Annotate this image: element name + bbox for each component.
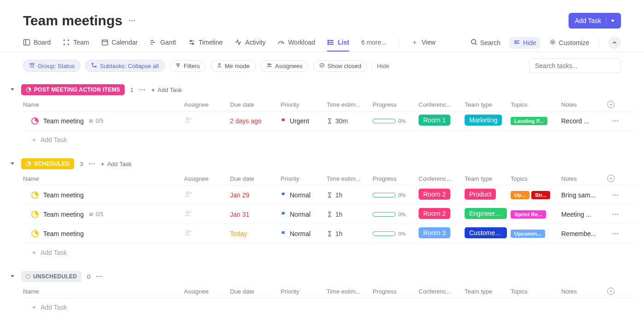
me-mode-pill[interactable]: Me mode <box>211 60 256 72</box>
col-topics[interactable]: Topics <box>511 288 561 295</box>
group-add-task[interactable]: +Add Task <box>151 86 182 93</box>
group-more-icon[interactable]: ··· <box>96 273 103 280</box>
topic-tag[interactable]: Upcomin... <box>511 230 545 238</box>
due-date[interactable]: Today <box>230 230 281 237</box>
col-name[interactable]: Name <box>23 101 184 108</box>
conference-room-tag[interactable]: Room 3 <box>419 227 450 238</box>
due-date[interactable]: 2 days ago <box>230 117 281 125</box>
notes-cell[interactable]: Meeting ... <box>561 211 607 218</box>
add-view-button[interactable]: + View <box>411 34 435 52</box>
topic-tag[interactable]: Up... <box>511 191 529 199</box>
group-status-badge[interactable]: SCHEDULED <box>21 158 74 169</box>
conference-room-tag[interactable]: Room 2 <box>419 189 450 200</box>
col-name[interactable]: Name <box>23 175 184 182</box>
row-more-icon[interactable]: ··· <box>607 211 623 218</box>
collapse-button[interactable] <box>608 36 621 49</box>
group-caret[interactable] <box>9 161 16 166</box>
col-name[interactable]: Name <box>23 288 184 295</box>
priority-cell[interactable]: Normal <box>281 230 327 237</box>
col-conf[interactable]: Conferenc... <box>419 175 465 182</box>
search-tasks-input[interactable] <box>529 58 621 73</box>
add-task-row[interactable]: + Add Task <box>23 131 635 145</box>
team-type-tag[interactable]: Customer ... <box>465 227 507 238</box>
topic-tag[interactable]: Sprint Re... <box>511 210 546 219</box>
team-type-tag[interactable]: Product <box>465 189 496 200</box>
col-progress[interactable]: Progress <box>373 175 419 182</box>
col-time[interactable]: Time estim... <box>327 101 373 108</box>
col-assignee[interactable]: Assignee <box>184 288 230 295</box>
col-progress[interactable]: Progress <box>373 101 419 108</box>
tab-gantt[interactable]: Gantt <box>150 34 176 52</box>
tab-workload[interactable]: Workload <box>277 34 315 52</box>
add-column-button[interactable]: + <box>607 288 615 295</box>
subtask-count[interactable]: 0/5 <box>88 211 104 218</box>
tab-board[interactable]: Board <box>23 34 51 52</box>
assign-button[interactable] <box>184 229 230 238</box>
hide-filters-button[interactable]: Hide <box>377 63 389 69</box>
col-teamtype[interactable]: Team type <box>465 175 511 182</box>
row-more-icon[interactable]: ··· <box>607 191 623 199</box>
conference-room-tag[interactable]: Room 2 <box>419 208 450 219</box>
time-estimate[interactable]: 1h <box>327 230 373 237</box>
col-due[interactable]: Due date <box>230 101 281 108</box>
add-column-button[interactable]: + <box>607 101 615 108</box>
col-due[interactable]: Due date <box>230 175 281 182</box>
notes-cell[interactable]: Bring sam... <box>561 191 607 199</box>
tab-calendar[interactable]: Calendar <box>101 34 138 52</box>
col-priority[interactable]: Priority <box>281 175 327 182</box>
progress-cell[interactable]: 0% <box>373 231 419 236</box>
col-topics[interactable]: Topics <box>511 101 561 108</box>
col-topics[interactable]: Topics <box>511 175 561 182</box>
col-notes[interactable]: Notes <box>561 101 607 108</box>
tab-more[interactable]: 6 more... <box>361 34 386 52</box>
subtask-count[interactable]: 0/5 <box>88 118 104 124</box>
add-task-row[interactable]: + Add Task <box>23 298 635 313</box>
assignees-pill[interactable]: Assignees <box>260 60 309 72</box>
search-button[interactable]: Search <box>471 39 500 47</box>
notes-cell[interactable]: Remembe... <box>561 230 607 237</box>
col-due[interactable]: Due date <box>230 288 281 295</box>
progress-cell[interactable]: 0% <box>373 212 419 217</box>
add-column-button[interactable]: + <box>607 175 615 182</box>
group-more-icon[interactable]: ··· <box>89 160 96 167</box>
col-assignee[interactable]: Assignee <box>184 101 230 108</box>
assign-button[interactable] <box>184 209 230 219</box>
customize-button[interactable]: Customize <box>549 39 589 47</box>
assign-button[interactable] <box>184 116 230 126</box>
tab-activity[interactable]: Activity <box>235 34 265 52</box>
progress-cell[interactable]: 0% <box>373 192 419 198</box>
col-teamtype[interactable]: Team type <box>465 288 511 295</box>
col-priority[interactable]: Priority <box>281 288 327 295</box>
priority-cell[interactable]: Normal <box>281 191 327 199</box>
task-row[interactable]: Team meeting Jan 29 Normal 1h 0% Room 2 … <box>23 185 635 205</box>
time-estimate[interactable]: 30m <box>327 117 373 125</box>
row-more-icon[interactable]: ··· <box>607 230 623 237</box>
due-date[interactable]: Jan 31 <box>230 211 281 218</box>
tab-team[interactable]: Team <box>63 34 89 52</box>
tab-timeline[interactable]: Timeline <box>188 34 223 52</box>
col-assignee[interactable]: Assignee <box>184 175 230 182</box>
group-by-pill[interactable]: Group: Status <box>23 60 80 72</box>
time-estimate[interactable]: 1h <box>327 191 373 199</box>
due-date[interactable]: Jan 29 <box>230 191 281 199</box>
add-task-button[interactable]: Add Task <box>569 13 621 29</box>
col-conf[interactable]: Conferenc... <box>419 101 465 108</box>
col-notes[interactable]: Notes <box>561 288 607 295</box>
col-progress[interactable]: Progress <box>373 288 419 295</box>
priority-cell[interactable]: Urgent <box>281 117 327 125</box>
time-estimate[interactable]: 1h <box>327 211 373 218</box>
col-time[interactable]: Time estim... <box>327 175 373 182</box>
col-teamtype[interactable]: Team type <box>465 101 511 108</box>
group-more-icon[interactable]: ··· <box>139 86 146 93</box>
add-task-row[interactable]: + Add Task <box>23 243 635 258</box>
show-closed-pill[interactable]: Show closed <box>313 60 368 72</box>
tab-list[interactable]: List <box>327 34 349 52</box>
col-time[interactable]: Time estim... <box>327 288 373 295</box>
task-row[interactable]: Team meeting 0/5 Jan 31 Normal 1h 0% Roo… <box>23 205 635 224</box>
topic-tag[interactable]: Landing P... <box>511 117 547 125</box>
progress-cell[interactable]: 0% <box>373 118 419 124</box>
group-caret[interactable] <box>9 274 16 279</box>
conference-room-tag[interactable]: Room 1 <box>419 115 450 126</box>
title-more-icon[interactable]: ··· <box>129 17 136 24</box>
task-row[interactable]: Team meeting 0/5 2 days ago Urgent 30m 0… <box>23 111 635 131</box>
